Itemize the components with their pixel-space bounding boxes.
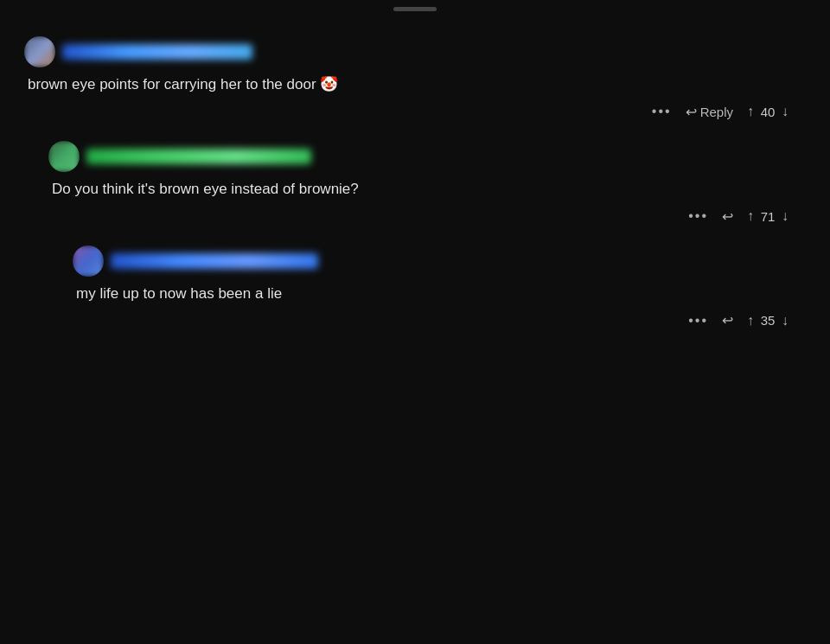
avatar — [73, 245, 104, 277]
comment-text: my life up to now has been a lie — [73, 284, 806, 304]
comment-reply-2: my life up to now has been a lie ••• ↩ ↑… — [66, 235, 813, 336]
downvote-button[interactable]: ↓ — [782, 208, 788, 224]
comments-container: brown eye points for carrying her to the… — [0, 0, 830, 353]
more-options-button[interactable]: ••• — [688, 208, 708, 224]
downvote-button[interactable]: ↓ — [782, 104, 788, 119]
vote-controls: ↑ 35 ↓ — [747, 313, 788, 328]
comment-top: brown eye points for carrying her to the… — [17, 26, 813, 127]
avatar — [24, 36, 55, 67]
comment-reply-1: Do you think it's brown eye instead of b… — [42, 131, 813, 232]
scroll-handle — [393, 7, 437, 11]
comment-text: brown eye points for carrying her to the… — [24, 74, 806, 95]
upvote-button[interactable]: ↑ — [747, 313, 754, 328]
username-blur — [86, 149, 311, 164]
user-bar — [48, 141, 806, 172]
reply-icon: ↩ — [686, 104, 697, 120]
more-options-button[interactable]: ••• — [652, 104, 672, 119]
reply-2-wrapper: my life up to now has been a lie ••• ↩ ↑… — [66, 235, 813, 336]
reply-button[interactable]: ↩ Reply — [686, 104, 733, 120]
reply-1-wrapper: Do you think it's brown eye instead of b… — [42, 131, 813, 232]
vote-controls: ↑ 40 ↓ — [747, 104, 788, 119]
upvote-button[interactable]: ↑ — [747, 104, 754, 119]
more-options-button[interactable]: ••• — [688, 313, 708, 328]
reply-button[interactable]: ↩ — [722, 312, 733, 328]
comment-actions: ••• ↩ Reply ↑ 40 ↓ — [24, 104, 806, 120]
avatar — [48, 141, 80, 172]
vote-controls: ↑ 71 ↓ — [747, 208, 788, 224]
comment-text: Do you think it's brown eye instead of b… — [48, 179, 806, 200]
reply-label: Reply — [700, 105, 733, 119]
comment-item: brown eye points for carrying her to the… — [17, 26, 813, 127]
user-bar — [24, 36, 806, 67]
username-blur — [62, 44, 252, 60]
comment-actions: ••• ↩ ↑ 71 ↓ — [48, 208, 806, 225]
downvote-button[interactable]: ↓ — [782, 313, 788, 328]
vote-count: 71 — [759, 209, 776, 224]
username-blur — [111, 253, 318, 269]
user-bar — [73, 245, 806, 277]
upvote-button[interactable]: ↑ — [747, 208, 754, 224]
reply-icon: ↩ — [722, 312, 733, 328]
reply-button[interactable]: ↩ — [722, 208, 733, 225]
vote-count: 40 — [759, 105, 776, 119]
vote-count: 35 — [759, 313, 776, 328]
reply-icon: ↩ — [722, 208, 733, 225]
comment-actions: ••• ↩ ↑ 35 ↓ — [73, 312, 806, 328]
